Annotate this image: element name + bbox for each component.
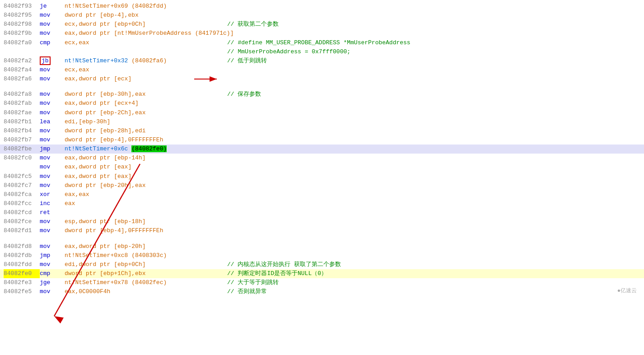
code-line: 84082f98movecx,dword ptr [ebp+0Ch]// 获取第…	[0, 20, 644, 29]
code-line: 84082fd8moveax,dword ptr [ebp-20h]	[0, 242, 644, 251]
mnemonic: lea	[40, 117, 65, 126]
operand: eax,dword ptr [ecx+4]	[65, 99, 218, 108]
code-line: 84082fddmovedi,dword ptr [ebp+0Ch]// 内核态…	[0, 260, 644, 269]
code-line: 84082fa0cmpecx,eax// #define MM_USER_PRO…	[0, 38, 644, 47]
code-line: 84082fb7movdword ptr [ebp-4],0FFFFFFFEh	[0, 135, 644, 145]
addr: 84082fcc	[4, 199, 40, 208]
addr: 84082fa4	[4, 65, 40, 75]
addr: 84082fab	[4, 99, 40, 108]
code-line: 84082fdbjmpnt!NtSetTimer+0xc8 (8408303c)	[0, 251, 644, 260]
operand: dword ptr [ebp-4],0FFFFFFFEh	[65, 135, 218, 145]
code-line: 84082fcaxoreax,eax	[0, 190, 644, 199]
code-line: 84082fabmoveax,dword ptr [ecx+4]	[0, 99, 644, 108]
addr: 84082fcd	[4, 208, 40, 217]
code-line: 84082f95movdword ptr [ebp-4],ebx	[0, 11, 644, 20]
mnemonic: mov	[40, 108, 65, 117]
mnemonic: mov	[40, 181, 65, 190]
code-container: 84082f93jent!NtSetTimer+0x69 (84082fdd)8…	[0, 0, 644, 298]
operand: eax	[65, 199, 218, 208]
mnemonic: mov	[40, 20, 65, 29]
mnemonic: mov	[40, 287, 65, 296]
addr: 84082fc7	[4, 181, 40, 190]
comment: // 保存参数	[227, 90, 261, 99]
mnemonic: jmp	[40, 251, 65, 260]
operand: dword ptr [ebp-2Ch],eax	[65, 108, 218, 117]
mnemonic: mov	[40, 163, 65, 172]
operand: eax,eax	[65, 190, 218, 199]
addr: 84082f95	[4, 11, 40, 20]
code-line: 84082fa4movecx,eax	[0, 65, 644, 75]
mnemonic: ret	[40, 208, 65, 217]
code-line: 84082fcdret	[0, 208, 644, 217]
comment: // #define MM_USER_PROBE_ADDRESS *MmUser…	[227, 38, 411, 47]
operand: ecx,eax	[65, 65, 218, 75]
operand: esp,dword ptr [ebp-18h]	[65, 217, 218, 226]
addr: 84082fe3	[4, 278, 40, 287]
addr: 84082fd1	[4, 226, 40, 235]
comment: // 获取第二个参数	[227, 20, 279, 29]
addr: 84082f93	[4, 2, 40, 11]
operand: nt!NtSetTimer+0x32 (84082fa6)	[65, 56, 218, 65]
code-line: 84082fb1leaedi,[ebp-30h]	[0, 117, 644, 126]
operand: eax,0C0000F4h	[65, 287, 218, 296]
comment: // 大于等于则跳转	[227, 278, 279, 287]
addr: 84082fa0	[4, 38, 40, 47]
code-line: 84082fe0cmpdword ptr [ebp+1Ch],ebx// 判断定…	[0, 269, 644, 278]
addr: 84082fdb	[4, 251, 40, 260]
code-line: 84082f9bmoveax,dword ptr [nt!MmUserProbe…	[0, 29, 644, 38]
operand: eax,dword ptr [nt!MmUserProbeAddress (84…	[65, 29, 233, 38]
operand: dword ptr [ebp-30h],eax	[65, 90, 218, 99]
addr: 84082fa2	[4, 56, 40, 65]
mnemonic: mov	[40, 154, 65, 163]
addr: 84082fce	[4, 217, 40, 226]
operand: eax,dword ptr [ebp-14h]	[65, 154, 218, 163]
lines-container: 84082f93jent!NtSetTimer+0x69 (84082fdd)8…	[0, 2, 644, 296]
mnemonic: mov	[40, 65, 65, 75]
mnemonic: mov	[40, 11, 65, 20]
operand: eax,dword ptr [eax]	[65, 172, 218, 181]
operand: dword ptr [ebp-4],0FFFFFFFEh	[65, 226, 218, 235]
mnemonic: cmp	[40, 38, 65, 47]
mnemonic: je	[40, 2, 65, 11]
operand: eax,dword ptr [ebp-20h]	[65, 242, 218, 251]
operand: eax,dword ptr [eax]	[65, 163, 218, 172]
code-line: 84082fa2jbnt!NtSetTimer+0x32 (84082fa6)/…	[0, 56, 644, 65]
mnemonic: jb	[40, 56, 65, 65]
mnemonic: mov	[40, 126, 65, 135]
addr: 84082f9b	[4, 29, 40, 38]
comment: // 判断定时器ID是否等于NULL（0）	[227, 269, 327, 278]
addr: 84082fdd	[4, 260, 40, 269]
addr: 84082fbe	[4, 145, 40, 154]
code-line: 84082f93jent!NtSetTimer+0x69 (84082fdd)	[0, 2, 644, 11]
mnemonic: mov	[40, 172, 65, 181]
code-line: 84082faemovdword ptr [ebp-2Ch],eax	[0, 108, 644, 117]
operand: dword ptr [ebp-4],ebx	[65, 11, 218, 20]
addr: 84082fa8	[4, 90, 40, 99]
watermark: ●亿速云	[617, 287, 637, 294]
operand: eax,dword ptr [ecx]	[65, 75, 218, 84]
addr: 84082fae	[4, 108, 40, 117]
code-line: 84082fb4movdword ptr [ebp-28h],edi	[0, 126, 644, 135]
mnemonic: xor	[40, 190, 65, 199]
addr: 84082fca	[4, 190, 40, 199]
operand: ecx,dword ptr [ebp+0Ch]	[65, 20, 218, 29]
addr: 84082fb7	[4, 135, 40, 145]
mnemonic: cmp	[40, 269, 65, 278]
code-line: 84082fe5moveax,0C0000F4h// 否则就异常	[0, 287, 644, 296]
code-line: 84082fa8movdword ptr [ebp-30h],eax// 保存参…	[0, 90, 644, 99]
addr: 84082fd8	[4, 242, 40, 251]
mnemonic: mov	[40, 75, 65, 84]
mnemonic: mov	[40, 135, 65, 145]
operand: dword ptr [ebp-28h],edi	[65, 126, 218, 135]
mnemonic: mov	[40, 29, 65, 38]
operand: edi,dword ptr [ebp+0Ch]	[65, 260, 218, 269]
addr: 84082fb1	[4, 117, 40, 126]
code-line: 84082fbejmpnt!NtSetTimer+0x6c (84082fe0)	[0, 145, 644, 154]
addr: 84082fe0	[4, 269, 40, 278]
operand: edi,[ebp-30h]	[65, 117, 218, 126]
code-line: 84082fd1movdword ptr [ebp-4],0FFFFFFFEh	[0, 226, 644, 235]
mnemonic: mov	[40, 260, 65, 269]
code-line: 84082fc7movdword ptr [ebp-20h],eax	[0, 181, 644, 190]
operand: nt!NtSetTimer+0x69 (84082fdd)	[65, 2, 218, 11]
code-line	[0, 84, 644, 90]
